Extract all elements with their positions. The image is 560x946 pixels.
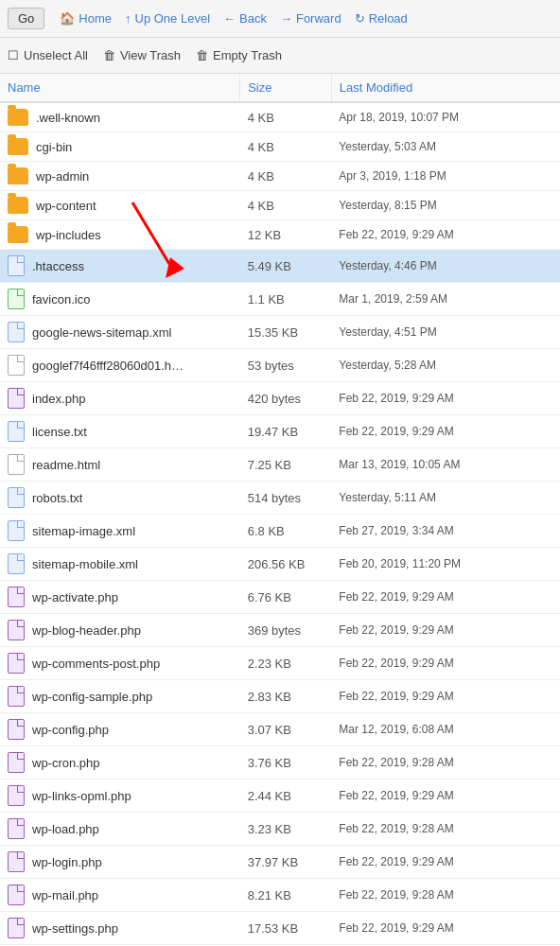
table-row[interactable]: googlef7f46fff28060d01.html53 bytesYeste…	[0, 349, 560, 382]
table-row[interactable]: index.php420 bytesFeb 22, 2019, 9:29 AM	[0, 382, 560, 415]
empty-trash-button[interactable]: 🗑 Empty Trash	[196, 48, 282, 62]
back-button[interactable]: ← Back	[223, 11, 267, 26]
file-date-cell: Feb 22, 2019, 9:29 AM	[331, 382, 560, 415]
file-name-cell: wp-activate.php	[0, 581, 199, 613]
file-size-cell: 15.35 KB	[240, 316, 332, 349]
file-name-cell: wp-config-sample.php	[0, 680, 199, 712]
file-blue-icon	[8, 553, 25, 574]
file-icon	[8, 355, 25, 376]
table-row[interactable]: wp-config.php3.07 KBMar 12, 2019, 6:08 A…	[0, 713, 560, 746]
table-row[interactable]: .htaccess 5.49 KBYesterday, 4:46 PM	[0, 250, 560, 283]
table-row[interactable]: sitemap-image.xml6.8 KBFeb 27, 2019, 3:3…	[0, 515, 560, 548]
column-date-header[interactable]: Last Modified	[331, 74, 560, 102]
file-name: license.txt	[32, 425, 87, 439]
unselect-all-button[interactable]: ☐ Unselect All	[8, 48, 88, 62]
up-one-level-button[interactable]: ↑ Up One Level	[125, 11, 210, 26]
table-row[interactable]: wp-links-opml.php2.44 KBFeb 22, 2019, 9:…	[0, 780, 560, 813]
home-icon: 🏠	[60, 11, 75, 26]
go-button[interactable]: Go	[8, 8, 44, 29]
file-size-cell: 3.76 KB	[240, 746, 332, 780]
file-date-cell: Mar 12, 2019, 6:08 AM	[331, 713, 560, 746]
file-name-cell: wp-links-opml.php	[0, 780, 199, 812]
file-size-cell: 37.97 KB	[240, 846, 332, 879]
file-size-cell: 3.23 KB	[240, 813, 332, 846]
file-name: google-news-sitemap.xml	[32, 325, 171, 340]
file-name: wp-comments-post.php	[32, 657, 160, 671]
folder-icon	[8, 197, 28, 214]
file-size-cell: 2.44 KB	[240, 780, 332, 813]
folder-icon	[8, 109, 28, 126]
file-date-cell: Feb 22, 2019, 9:29 AM	[331, 581, 560, 614]
table-row[interactable]: wp-mail.php8.21 KBFeb 22, 2019, 9:28 AM	[0, 879, 560, 912]
toolbar-navigation: Go 🏠 Home ↑ Up One Level ← Back → Forwar…	[0, 0, 560, 38]
file-date-cell: Mar 1, 2019, 2:59 AM	[331, 283, 560, 316]
table-row[interactable]: wp-cron.php3.76 KBFeb 22, 2019, 9:28 AM	[0, 746, 560, 780]
file-php-icon	[8, 653, 25, 674]
file-name: favicon.ico	[32, 292, 90, 307]
table-row[interactable]: readme.html7.25 KBMar 13, 2019, 10:05 AM	[0, 448, 560, 482]
table-row[interactable]: wp-config-sample.php2.83 KBFeb 22, 2019,…	[0, 680, 560, 713]
file-size-cell: 53 bytes	[240, 349, 332, 382]
table-row[interactable]: google-news-sitemap.xml15.35 KBYesterday…	[0, 316, 560, 349]
table-row[interactable]: wp-comments-post.php2.23 KBFeb 22, 2019,…	[0, 647, 560, 680]
file-php-icon	[8, 752, 25, 773]
file-name-cell: wp-admin	[0, 162, 199, 190]
file-name: .htaccess	[32, 259, 84, 273]
table-row[interactable]: wp-admin4 KBApr 3, 2019, 1:18 PM	[0, 162, 560, 191]
forward-icon: →	[280, 11, 292, 26]
file-php-icon	[8, 918, 25, 938]
file-name: .well-known	[36, 111, 100, 125]
home-button[interactable]: 🏠 Home	[60, 11, 112, 26]
file-php-icon	[8, 686, 25, 707]
table-row[interactable]: wp-login.php37.97 KBFeb 22, 2019, 9:29 A…	[0, 846, 560, 879]
file-date-cell: Feb 20, 2019, 11:20 PM	[331, 548, 560, 581]
table-row[interactable]: wp-blog-header.php369 bytesFeb 22, 2019,…	[0, 614, 560, 647]
table-row[interactable]: license.txt19.47 KBFeb 22, 2019, 9:29 AM	[0, 415, 560, 448]
file-date-cell: Yesterday, 5:11 AM	[331, 482, 560, 515]
table-row[interactable]: wp-includes12 KBFeb 22, 2019, 9:29 AM	[0, 220, 560, 250]
file-list-table: Name Size Last Modified .well-known4 KBA…	[0, 74, 560, 946]
file-date-cell: Yesterday, 4:51 PM	[331, 316, 560, 349]
table-row[interactable]: robots.txt514 bytesYesterday, 5:11 AM	[0, 482, 560, 515]
table-row[interactable]: wp-activate.php6.76 KBFeb 22, 2019, 9:29…	[0, 581, 560, 614]
table-row[interactable]: sitemap-mobile.xml206.56 KBFeb 20, 2019,…	[0, 548, 560, 581]
file-name: wp-activate.php	[32, 590, 118, 604]
reload-button[interactable]: ↻ Reload	[355, 11, 408, 26]
file-blue-icon	[8, 322, 25, 342]
file-size-cell: 6.8 KB	[240, 515, 332, 548]
file-name-cell: google-news-sitemap.xml	[0, 316, 199, 348]
file-date-cell: Feb 22, 2019, 9:29 AM	[331, 415, 560, 448]
file-name: sitemap-mobile.xml	[32, 557, 138, 571]
file-blue-icon	[8, 421, 25, 442]
table-row[interactable]: wp-load.php3.23 KBFeb 22, 2019, 9:28 AM	[0, 813, 560, 846]
column-name-header[interactable]: Name	[0, 74, 240, 102]
file-date-cell: Feb 22, 2019, 9:29 AM	[331, 680, 560, 713]
table-row[interactable]: wp-content4 KBYesterday, 8:15 PM	[0, 191, 560, 220]
file-php-icon	[8, 388, 25, 409]
table-row[interactable]: favicon.ico1.1 KBMar 1, 2019, 2:59 AM	[0, 283, 560, 316]
file-blue-icon	[8, 520, 25, 541]
file-size-cell: 2.83 KB	[240, 680, 332, 713]
file-size-cell: 8.21 KB	[240, 879, 332, 912]
file-date-cell: Feb 22, 2019, 9:29 AM	[331, 780, 560, 813]
toolbar-actions: ☐ Unselect All 🗑 View Trash 🗑 Empty Tras…	[0, 38, 560, 74]
file-name-cell: .well-known	[0, 103, 199, 131]
file-date-cell: Apr 18, 2019, 10:07 PM	[331, 102, 560, 132]
table-row[interactable]: .well-known4 KBApr 18, 2019, 10:07 PM	[0, 102, 560, 132]
file-date-cell: Feb 22, 2019, 9:29 AM	[331, 912, 560, 945]
view-trash-button[interactable]: 🗑 View Trash	[103, 48, 181, 62]
file-name: wp-admin	[36, 169, 89, 184]
column-size-header[interactable]: Size	[240, 74, 332, 102]
file-name: robots.txt	[32, 491, 82, 505]
file-size-cell: 514 bytes	[240, 482, 332, 515]
file-name: wp-links-opml.php	[32, 789, 131, 803]
file-size-cell: 420 bytes	[240, 382, 332, 415]
file-name-cell: wp-settings.php	[0, 912, 199, 944]
table-row[interactable]: cgi-bin4 KBYesterday, 5:03 AM	[0, 132, 560, 162]
file-date-cell: Feb 22, 2019, 9:28 AM	[331, 879, 560, 912]
forward-button[interactable]: → Forward	[280, 11, 341, 26]
file-date-cell: Feb 22, 2019, 9:28 AM	[331, 813, 560, 846]
table-row[interactable]: wp-settings.php17.53 KBFeb 22, 2019, 9:2…	[0, 912, 560, 945]
table-header-row: Name Size Last Modified	[0, 74, 560, 102]
file-php-icon	[8, 885, 25, 905]
